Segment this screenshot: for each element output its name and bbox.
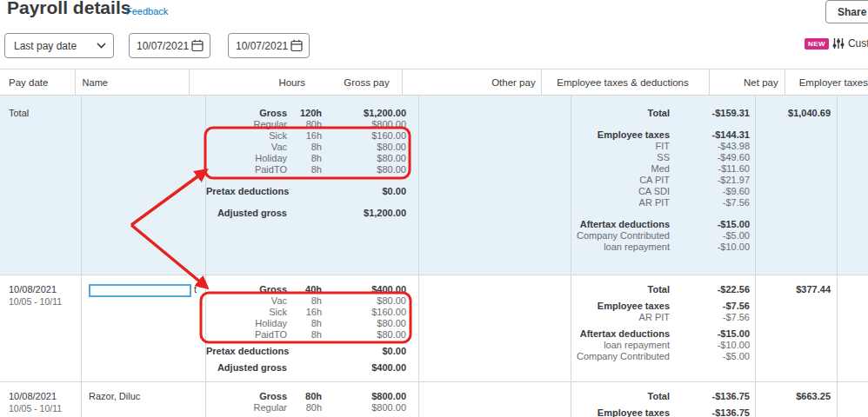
pay-date-text: 10/08/2021 xyxy=(9,391,81,402)
tax-amount: -$5.00 xyxy=(670,351,750,362)
tax-line: AR PIT-$7.56 xyxy=(571,197,750,208)
col-hours-gross: Hours Gross pay xyxy=(189,70,402,95)
employer-cell xyxy=(837,96,868,275)
tax-line: SS-$49.60 xyxy=(571,152,750,163)
taxes-cell: Total-$22.56Employee taxes-$7.56AR PIT-$… xyxy=(571,275,755,381)
gross-amount: $1,200.00 xyxy=(322,108,406,119)
table-row[interactable]: 10/08/202110/05 - 10/11Razor, DilucGross… xyxy=(0,382,868,417)
gross-hours: 120h xyxy=(287,108,322,119)
gross-hours: 16h xyxy=(287,307,322,318)
date-range-select[interactable]: Last pay date xyxy=(4,33,114,58)
gross-line: Pretax deductions$0.00 xyxy=(206,346,406,357)
other-pay-cell xyxy=(418,275,571,381)
tax-amount: -$9.60 xyxy=(670,186,750,197)
gross-label: PaidTO xyxy=(206,329,287,341)
col-taxes-deductions[interactable]: Employee taxes & deductions xyxy=(541,70,710,95)
tax-label: Employee taxes xyxy=(571,129,670,141)
tax-line: Company Contributed-$5.00 xyxy=(571,230,750,242)
name-cell: t xyxy=(81,275,205,381)
tax-line: Aftertax deductions-$15.00 xyxy=(571,328,750,340)
gross-label: Gross xyxy=(206,284,287,295)
gross-hours: 80h xyxy=(287,391,322,402)
tax-label: Total xyxy=(571,391,670,402)
tax-line: loan repayment-$10.00 xyxy=(571,242,750,253)
gross-line: Adjusted gross$400.00 xyxy=(206,362,406,374)
tax-label: loan repayment xyxy=(571,340,670,351)
gross-label: Sick xyxy=(206,130,287,142)
tax-line: Total-$22.56 xyxy=(571,284,750,295)
gross-label: Vac xyxy=(206,142,287,153)
gross-hours: 40h xyxy=(287,284,322,295)
share-button[interactable]: Share xyxy=(825,0,868,23)
tax-line: Med-$11.60 xyxy=(571,163,750,175)
tax-line: AR PIT-$7.56 xyxy=(571,312,750,323)
gross-pay-cell: Gross120h$1,200.00Regular80h$800.00Sick1… xyxy=(205,96,418,275)
tax-amount: -$15.00 xyxy=(670,328,750,340)
gross-amount: $800.00 xyxy=(322,391,406,402)
table-body: TotalGross120h$1,200.00Regular80h$800.00… xyxy=(0,96,868,417)
gross-hours xyxy=(289,186,323,197)
tax-line: CA PIT-$21.97 xyxy=(571,175,750,186)
sliders-icon xyxy=(832,37,845,50)
gross-pay-cell: Gross40h$400.00Vac8h$80.00Sick16h$160.00… xyxy=(205,275,418,381)
tax-amount: -$136.75 xyxy=(670,391,750,402)
gross-amount: $80.00 xyxy=(322,329,406,341)
chevron-down-icon xyxy=(97,43,106,49)
end-date-input[interactable]: 10/07/2021 xyxy=(228,33,310,58)
tax-line: CA SDI-$9.60 xyxy=(571,186,750,197)
tax-amount: -$21.97 xyxy=(670,175,750,186)
gross-hours: 80h xyxy=(287,402,322,414)
gross-line: Vac8h$80.00 xyxy=(206,295,406,307)
gross-line: Regular80h$800.00 xyxy=(206,402,406,414)
col-net-pay[interactable]: Net pay xyxy=(709,70,784,95)
gross-amount: $1,200.00 xyxy=(322,208,406,219)
gross-amount: $160.00 xyxy=(322,307,406,318)
pay-date-text: 10/08/2021 xyxy=(9,284,81,295)
start-date-value: 10/07/2021 xyxy=(137,40,191,52)
pay-date-text: Total xyxy=(9,108,81,119)
feedback-link[interactable]: Feedback xyxy=(126,6,168,17)
tax-label: Total xyxy=(571,284,670,295)
tax-label: loan repayment xyxy=(571,242,670,253)
net-pay-value: $1,040.69 xyxy=(756,108,831,119)
tax-label: Company Contributed xyxy=(571,230,670,242)
gross-amount: $80.00 xyxy=(322,164,406,175)
start-date-input[interactable]: 10/07/2021 xyxy=(129,33,210,58)
net-pay-value: $663.25 xyxy=(756,391,831,402)
gross-amount: $80.00 xyxy=(322,295,406,307)
table-row[interactable]: 10/08/202110/05 - 10/11tGross40h$400.00V… xyxy=(0,275,868,382)
net-pay-cell: $663.25 xyxy=(755,382,837,417)
table-row[interactable]: TotalGross120h$1,200.00Regular80h$800.00… xyxy=(0,96,868,275)
tax-amount: -$49.60 xyxy=(670,152,750,163)
col-name[interactable]: Name xyxy=(75,70,189,95)
col-other-pay[interactable]: Other pay xyxy=(402,70,541,95)
gross-hours xyxy=(287,362,322,374)
tax-label: SS xyxy=(571,152,670,163)
tax-label: Employee taxes xyxy=(571,407,670,417)
gross-hours: 8h xyxy=(287,164,322,175)
col-gross-pay[interactable]: Gross pay xyxy=(305,77,390,88)
gross-hours: 80h xyxy=(287,119,322,130)
page-title: Payroll details xyxy=(7,0,130,18)
tax-label: CA SDI xyxy=(571,186,670,197)
customize-button[interactable]: NEW Customize xyxy=(805,37,868,50)
gross-line: Pretax deductions$0.00 xyxy=(206,186,406,197)
col-pay-date[interactable]: Pay date xyxy=(0,70,75,95)
tax-line: loan repayment-$10.00 xyxy=(571,340,750,351)
tax-amount: -$7.56 xyxy=(670,301,750,312)
new-badge: NEW xyxy=(805,38,829,50)
col-employer-taxes[interactable]: Employer taxes xyxy=(785,70,868,95)
payroll-details-page: Payroll details Feedback Share Last pay … xyxy=(0,0,868,417)
gross-line: Vac8h$80.00 xyxy=(206,142,406,153)
name-cell: Razor, Diluc xyxy=(81,382,205,417)
employer-cell xyxy=(837,382,868,417)
col-hours[interactable]: Hours xyxy=(190,77,305,88)
tax-line xyxy=(571,208,750,219)
gross-line: Adjusted gross$1,200.00 xyxy=(206,208,406,219)
gross-amount: $160.00 xyxy=(322,130,406,142)
redacted-name xyxy=(89,284,191,297)
tax-line: Employee taxes-$144.31 xyxy=(571,129,750,141)
tax-line: Employee taxes-$136.75 xyxy=(571,407,750,417)
tax-line: FIT-$43.98 xyxy=(571,141,750,152)
gross-hours: 8h xyxy=(287,295,322,307)
